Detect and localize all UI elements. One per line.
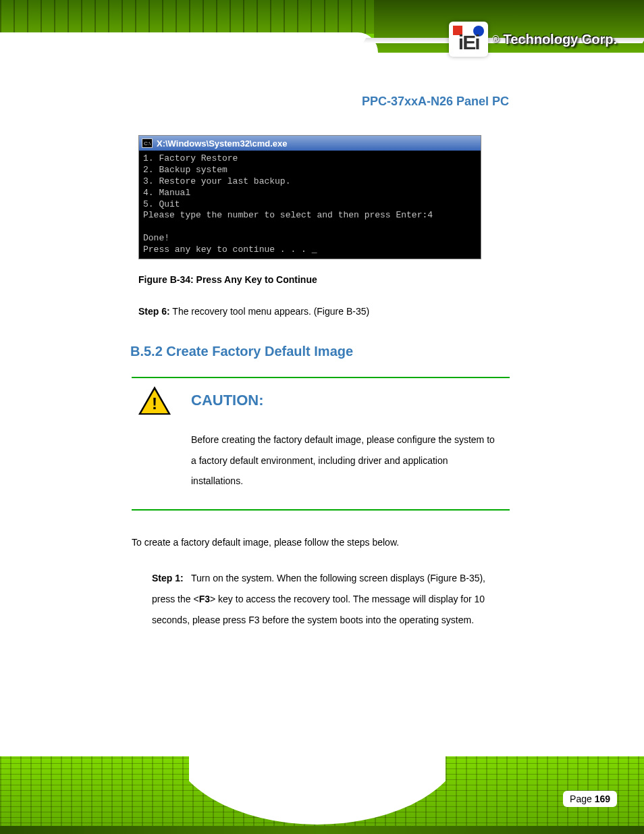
step-1-key: F3 <box>199 594 210 604</box>
iei-logo-icon: iEi <box>449 22 488 57</box>
page-content: C:\ X:\Windows\System32\cmd.exe 1. Facto… <box>138 135 510 630</box>
header-curve-2 <box>378 53 644 80</box>
cmd-window-screenshot: C:\ X:\Windows\System32\cmd.exe 1. Facto… <box>138 135 481 259</box>
product-name: PPC-37xxA-N26 Panel PC <box>362 95 509 109</box>
cmd-body-text: 1. Factory Restore 2. Backup system 3. R… <box>139 151 481 259</box>
caution-text: Before creating the factory default imag… <box>191 429 502 492</box>
caution-row: ! CAUTION: <box>138 386 510 415</box>
cmd-window-icon: C:\ <box>142 138 153 148</box>
divider-bottom <box>132 509 510 511</box>
cmd-titlebar: C:\ X:\Windows\System32\cmd.exe <box>139 136 481 151</box>
step-6-text: The recovery tool menu appears. (Figure … <box>172 306 369 317</box>
header-curve <box>0 32 378 80</box>
step-1: Step 1:Turn on the system. When the foll… <box>152 568 510 630</box>
page-label: Page <box>570 793 595 804</box>
figure-caption: Figure B-34: Press Any Key to Continue <box>138 274 510 285</box>
company-logo-area: iEi ® Technology Corp. <box>449 22 617 57</box>
step-6: Step 6: The recovery tool menu appears. … <box>138 301 510 322</box>
logo-letters: iEi <box>458 31 479 54</box>
company-name: Technology Corp. <box>503 32 617 47</box>
footer-dark-strip <box>0 826 644 834</box>
step-1-label: Step 1: <box>152 568 191 589</box>
cmd-title-text: X:\Windows\System32\cmd.exe <box>157 138 288 149</box>
registered-mark: ® <box>492 34 499 45</box>
section-heading: B.5.2 Create Factory Default Image <box>130 344 510 359</box>
warning-triangle-icon: ! <box>138 386 171 415</box>
step-6-label: Step 6: <box>138 306 170 317</box>
body-paragraph: To create a factory default image, pleas… <box>132 532 510 553</box>
caution-label: CAUTION: <box>191 392 264 409</box>
page-number: 169 <box>595 793 610 804</box>
page-number-box: Page 169 <box>563 791 617 807</box>
divider-top <box>132 377 510 378</box>
